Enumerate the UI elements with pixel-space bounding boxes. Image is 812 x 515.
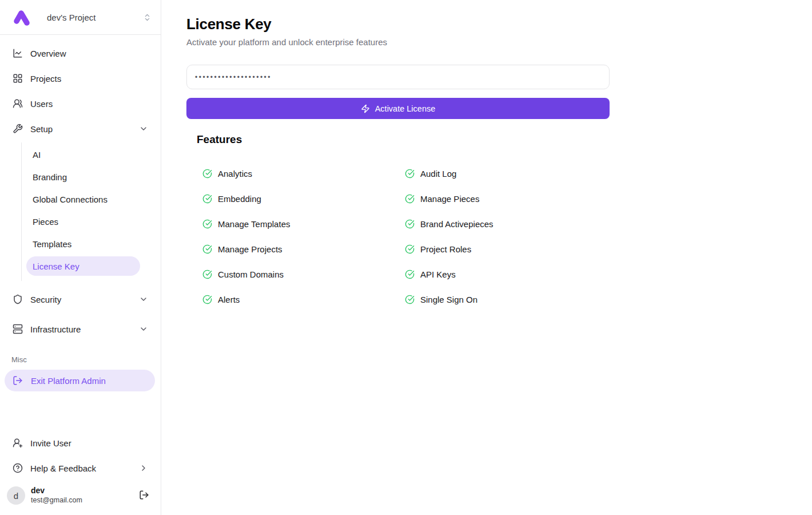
user-meta: dev test@gmail.com [31, 486, 131, 505]
check-circle-icon [202, 169, 212, 179]
check-circle-icon [202, 194, 212, 204]
feature-label: Custom Domains [218, 270, 284, 279]
check-circle-icon [202, 244, 212, 254]
feature-single-sign-on: Single Sign On [405, 287, 610, 312]
help-circle-icon [13, 463, 23, 473]
sidebar-item-license-key[interactable]: License Key [26, 256, 140, 276]
feature-label: Embedding [218, 194, 261, 204]
help-feedback-button[interactable]: Help & Feedback [6, 457, 155, 480]
app-window: dev's Project Overview Projects Users Se… [0, 0, 812, 515]
feature-manage-pieces: Manage Pieces [405, 186, 610, 211]
avatar: d [7, 486, 25, 505]
sub-item-label: Global Connections [33, 195, 108, 204]
feature-api-keys: API Keys [405, 262, 610, 287]
log-out-icon [139, 490, 149, 500]
sidebar-item-ai[interactable]: AI [22, 144, 149, 166]
sidebar-nav: Overview Projects Users Setup AI Brandin… [0, 35, 161, 343]
check-circle-icon [405, 270, 415, 279]
feature-brand-activepieces: Brand Activepieces [405, 211, 610, 236]
feature-label: Audit Log [420, 169, 456, 179]
feature-audit-log: Audit Log [405, 161, 610, 186]
exit-platform-admin-button[interactable]: Exit Platform Admin [5, 370, 155, 391]
user-account-row[interactable]: d dev test@gmail.com [6, 482, 155, 509]
check-circle-icon [202, 295, 212, 304]
sidebar-item-label: Overview [30, 49, 66, 58]
activate-license-button[interactable]: Activate License [186, 98, 610, 119]
activate-license-label: Activate License [375, 104, 436, 113]
sidebar-item-branding[interactable]: Branding [22, 166, 149, 188]
feature-label: Brand Activepieces [420, 219, 493, 229]
page-title: License Key [186, 15, 812, 33]
user-name: dev [31, 486, 131, 496]
sidebar-item-overview[interactable]: Overview [6, 42, 155, 65]
feature-label: Manage Templates [218, 219, 290, 229]
sub-item-label: License Key [33, 262, 79, 271]
check-circle-icon [405, 194, 415, 204]
license-key-input[interactable] [186, 65, 610, 89]
feature-label: Project Roles [420, 244, 471, 254]
activepieces-logo-icon [11, 7, 31, 27]
logout-button[interactable] [137, 488, 152, 504]
sidebar-item-security[interactable]: Security [6, 288, 155, 311]
help-feedback-label: Help & Feedback [30, 464, 96, 473]
sidebar-item-label: Projects [30, 74, 61, 84]
log-out-icon [13, 375, 23, 386]
user-plus-icon [13, 438, 23, 448]
sidebar-item-pieces[interactable]: Pieces [22, 211, 149, 233]
sidebar-item-label: Security [30, 295, 61, 304]
chevrons-up-down-icon [143, 13, 152, 22]
feature-project-roles: Project Roles [405, 236, 610, 262]
line-chart-icon [13, 48, 23, 58]
feature-alerts: Alerts [202, 287, 405, 312]
sidebar-item-projects[interactable]: Projects [6, 67, 155, 90]
check-circle-icon [405, 244, 415, 254]
sub-item-label: Templates [33, 239, 71, 249]
features-grid: Analytics Audit Log Embedding Manage Pie… [186, 161, 610, 312]
check-circle-icon [202, 270, 212, 279]
sidebar-item-infrastructure[interactable]: Infrastructure [6, 318, 155, 340]
feature-analytics: Analytics [202, 161, 405, 186]
chevron-down-icon [139, 124, 148, 133]
check-circle-icon [405, 295, 415, 304]
sidebar-spacer [0, 391, 161, 431]
feature-custom-domains: Custom Domains [202, 262, 405, 287]
sidebar-item-label: Users [30, 99, 53, 109]
sidebar: dev's Project Overview Projects Users Se… [0, 0, 161, 515]
feature-label: Analytics [218, 169, 252, 179]
feature-manage-templates: Manage Templates [202, 211, 405, 236]
wrench-icon [13, 124, 23, 134]
sidebar-footer: Invite User Help & Feedback d dev test@g… [0, 431, 161, 515]
user-email: test@gmail.com [31, 496, 131, 505]
sidebar-item-setup[interactable]: Setup [6, 117, 155, 140]
feature-manage-projects: Manage Projects [202, 236, 405, 262]
chevron-right-icon [139, 464, 148, 473]
feature-embedding: Embedding [202, 186, 405, 211]
features-section: Features Analytics Audit Log Embedding M… [186, 133, 610, 312]
feature-label: Manage Projects [218, 244, 282, 254]
project-name: dev's Project [47, 13, 143, 22]
invite-user-button[interactable]: Invite User [6, 431, 155, 454]
feature-label: Alerts [218, 295, 240, 304]
chevron-down-icon [139, 324, 148, 334]
page-subtitle: Activate your platform and unlock enterp… [186, 37, 812, 47]
sidebar-item-global-connections[interactable]: Global Connections [22, 188, 149, 211]
sidebar-item-users[interactable]: Users [6, 92, 155, 115]
feature-label: Single Sign On [420, 295, 477, 304]
check-circle-icon [405, 219, 415, 229]
users-icon [13, 98, 23, 109]
main-content: License Key Activate your platform and u… [161, 0, 812, 515]
setup-submenu: AI Branding Global Connections Pieces Te… [21, 142, 149, 281]
server-icon [13, 324, 23, 334]
project-selector[interactable]: dev's Project [0, 0, 161, 35]
sub-item-label: Branding [33, 172, 67, 182]
zap-icon [361, 104, 370, 113]
sub-item-label: Pieces [33, 217, 58, 227]
feature-label: Manage Pieces [420, 194, 479, 204]
exit-platform-admin-label: Exit Platform Admin [31, 376, 106, 386]
check-circle-icon [202, 219, 212, 229]
shield-icon [13, 294, 23, 304]
invite-user-label: Invite User [30, 438, 71, 448]
chevron-down-icon [139, 295, 148, 304]
sidebar-item-templates[interactable]: Templates [22, 233, 149, 255]
sidebar-item-label: Setup [30, 124, 53, 134]
